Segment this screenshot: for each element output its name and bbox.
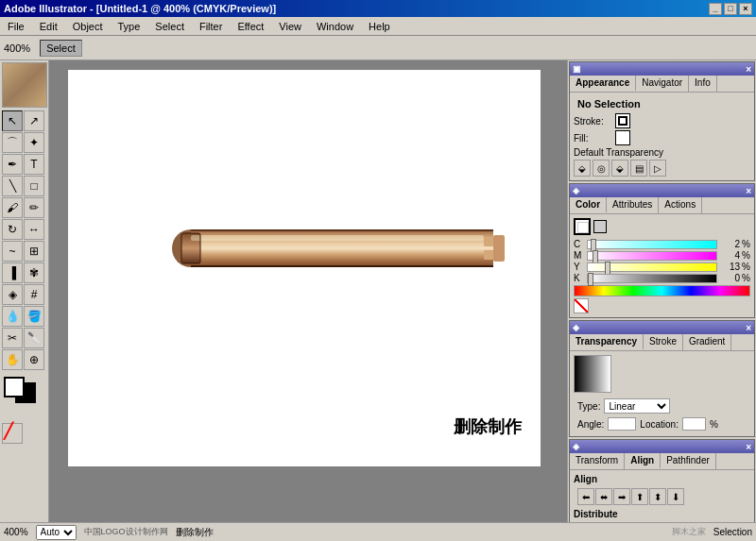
symbol-tool[interactable]: ✾ [24,262,44,283]
appearance-icon-3[interactable]: ⬙ [611,160,628,177]
transform-panel: ◈ × Transform Align Pathfinder Align ⬅ ⬌… [569,439,755,522]
appearance-icon-4[interactable]: ▤ [630,160,647,177]
eyedropper-tool[interactable]: 💧 [2,306,23,327]
angle-input[interactable] [608,417,636,431]
menu-view[interactable]: View [273,19,307,34]
tab-actions[interactable]: Actions [659,197,702,213]
location-label: Location: [640,419,679,430]
type-tool[interactable]: T [24,154,44,175]
minimize-button[interactable]: _ [709,3,722,15]
appearance-icon-5[interactable]: ▷ [649,160,666,177]
artboard-select[interactable]: Auto [36,525,77,540]
direct-selection-tool[interactable]: ↗ [24,110,44,131]
warp-tool[interactable]: ~ [2,241,23,262]
lasso-tool[interactable]: ⌒ [2,132,23,153]
canvas: 删除制作 [68,70,541,466]
menu-object[interactable]: Object [67,19,109,34]
stroke-color-box[interactable] [615,113,630,128]
menu-window[interactable]: Window [311,19,359,34]
rotate-tool[interactable]: ↻ [2,219,23,240]
location-input[interactable] [682,417,706,431]
magic-wand-tool[interactable]: ✦ [24,132,44,153]
type-dropdown[interactable]: Linear Radial [604,398,670,414]
foreground-color[interactable] [4,377,25,397]
black-percent: % [742,273,750,283]
color-panel-close[interactable]: × [746,186,751,196]
appearance-icon-1[interactable]: ⬙ [574,160,591,177]
align-left-button[interactable]: ⬅ [577,488,594,505]
menu-help[interactable]: Help [363,19,396,34]
tab-navigator[interactable]: Navigator [636,76,689,92]
yellow-slider[interactable] [587,262,717,272]
menu-filter[interactable]: Filter [194,19,228,34]
menu-select[interactable]: Select [149,19,190,34]
status-selection-label: Selection [713,527,752,537]
scissors-tool[interactable]: ✂ [2,328,23,348]
title-controls[interactable]: _ □ × [709,3,752,15]
paintbucket-tool[interactable]: 🪣 [24,306,44,327]
color-spectrum[interactable] [574,285,750,296]
tab-pathfinder[interactable]: Pathfinder [661,453,716,469]
mesh-tool[interactable]: # [24,284,44,305]
selection-tool[interactable]: ↖ [2,110,23,131]
hand-tool[interactable]: ✋ [2,349,23,370]
tab-transform[interactable]: Transform [570,453,625,469]
transform-panel-titlebar: ◈ × [570,440,754,453]
tab-transparency[interactable]: Transparency [570,334,644,350]
column-graph-tool[interactable]: ▐ [2,262,23,283]
tab-attributes[interactable]: Attributes [607,197,659,213]
align-center-h-button[interactable]: ⬌ [595,488,612,505]
transparency-panel-close[interactable]: × [746,323,751,333]
gradient-preview[interactable] [574,355,611,393]
watermark-text: 删除制作 [454,415,522,438]
fg-color-swatch[interactable] [574,218,591,235]
color-panel-content: C 2 % M 4 % Y [570,214,754,317]
maximize-button[interactable]: □ [724,3,737,15]
align-top-button[interactable]: ⬆ [631,488,648,505]
tab-gradient[interactable]: Gradient [683,334,731,350]
close-button[interactable]: × [739,3,752,15]
black-slider-row: K 0 % [574,273,750,283]
none-box[interactable]: ╱ [2,423,23,444]
align-bottom-button[interactable]: ⬇ [667,488,684,505]
tool-row-5: 🖌 ✏ [2,197,46,218]
no-color-swatch[interactable] [574,298,589,313]
transform-panel-close[interactable]: × [746,442,751,452]
menu-edit[interactable]: Edit [34,19,63,34]
appearance-icon-2[interactable]: ◎ [593,160,610,177]
tab-info[interactable]: Info [689,76,717,92]
free-transform-tool[interactable]: ⊞ [24,241,44,262]
tab-align[interactable]: Align [625,453,661,469]
fill-label: Fill: [574,133,611,144]
appearance-panel-close[interactable]: × [746,64,751,75]
bg-color-swatch[interactable] [593,220,607,233]
tool-row-10: 💧 🪣 [2,306,46,327]
line-tool[interactable]: ╲ [2,176,23,196]
tab-color[interactable]: Color [570,197,607,213]
tab-stroke-2[interactable]: Stroke [644,334,683,350]
svg-rect-6 [191,235,484,241]
paintbrush-tool[interactable]: 🖌 [2,197,23,218]
rectangle-tool[interactable]: □ [24,176,44,196]
status-selection: 删除制作 [176,526,214,539]
menu-effect[interactable]: Effect [232,19,269,34]
knife-tool[interactable]: 🔪 [24,328,44,348]
black-slider[interactable] [587,274,717,283]
menu-type[interactable]: Type [112,19,146,34]
magenta-slider[interactable] [587,251,717,261]
pencil-tool[interactable]: ✏ [24,197,44,218]
select-tool-button[interactable]: Select [40,40,82,57]
fill-color-box[interactable] [615,130,630,145]
appearance-panel-content: No Selection Stroke: Fill: Default Trans… [570,93,754,180]
tab-appearance[interactable]: Appearance [570,76,636,92]
cyan-slider[interactable] [587,240,717,249]
zoom-tool[interactable]: ⊕ [24,349,44,370]
align-center-v-button[interactable]: ⬍ [649,488,666,505]
menu-file[interactable]: File [2,19,30,34]
thumbnail-image [3,63,46,107]
blend-tool[interactable]: ◈ [2,284,23,305]
align-right-button[interactable]: ➡ [613,488,630,505]
pen-tool[interactable]: ✒ [2,154,23,175]
cylinder-object[interactable] [172,216,522,280]
scale-tool[interactable]: ↔ [24,219,44,240]
